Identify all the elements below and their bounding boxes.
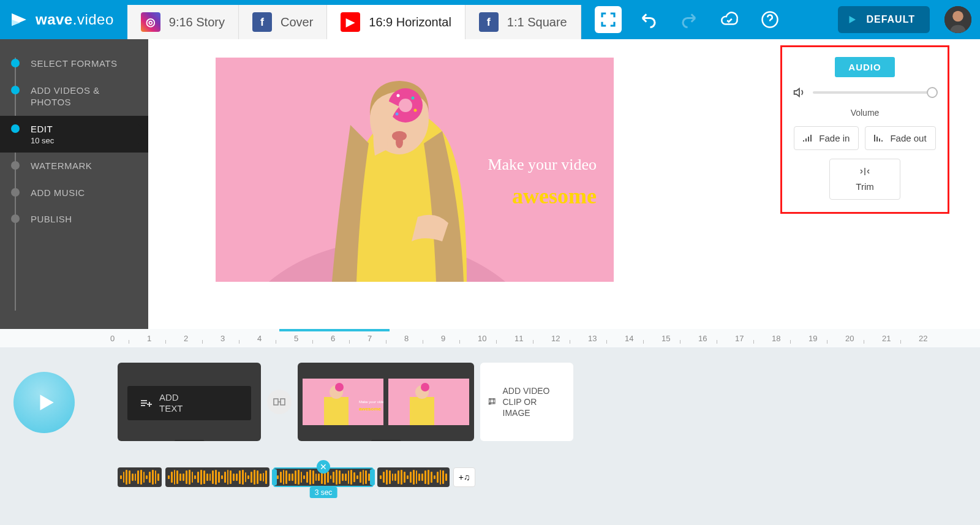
add-clip-button[interactable]: ADD VIDEO CLIP OR IMAGE [480, 363, 573, 441]
volume-slider[interactable] [813, 91, 938, 94]
svg-rect-17 [281, 399, 285, 405]
audio-track: ✕ 3 sec +♫ [118, 467, 980, 487]
volume-label: Volume [851, 108, 880, 118]
step-select-formats[interactable]: SELECT FORMATS [0, 50, 148, 77]
tab-story[interactable]: ◎9:16 Story [127, 5, 239, 39]
svg-point-27 [421, 383, 429, 391]
help-icon [761, 10, 779, 29]
fullscreen-icon [599, 10, 617, 29]
cloud-check-icon [720, 10, 739, 29]
tab-square[interactable]: f1:1 Square [466, 5, 581, 39]
audio-segment[interactable] [377, 467, 450, 487]
clip-1-duration: 4 sec [175, 440, 205, 441]
step-watermark[interactable]: WATERMARK [0, 153, 148, 179]
fade-out-button[interactable]: Fade out [865, 126, 935, 150]
svg-point-15 [396, 113, 399, 116]
add-text-button[interactable]: ADDTEXT [127, 386, 251, 420]
trim-icon [859, 167, 871, 176]
video-track: ADDTEXT 4 sec Make your videoawesome 5 s… [118, 362, 980, 442]
audio-segment-selected[interactable]: ✕ 3 sec [273, 467, 374, 487]
undo-icon [639, 10, 658, 29]
video-preview[interactable]: Make your video awesome [216, 58, 614, 282]
svg-text:Make your video: Make your video [359, 400, 383, 404]
header: wave.video ◎9:16 Story fCover ▶16:9 Hori… [0, 0, 980, 39]
audio-selection-duration: 3 sec [310, 487, 337, 498]
undo-button[interactable] [635, 6, 662, 33]
instagram-icon: ◎ [141, 12, 160, 32]
overlay-text-1: Make your video [488, 156, 597, 174]
playhead[interactable] [279, 329, 390, 331]
redo-icon [680, 10, 698, 29]
overlay-text-2: awesome [512, 183, 597, 209]
help-button[interactable] [756, 6, 783, 33]
svg-point-14 [414, 109, 417, 112]
step-add-music[interactable]: ADD MUSIC [0, 179, 148, 206]
add-text-icon [140, 398, 152, 408]
svg-rect-25 [410, 397, 434, 425]
timeline: 012345678910111213141516171819202122 ADD… [0, 329, 980, 525]
clip-2[interactable]: Make your videoawesome 5 sec [298, 363, 474, 441]
save-button[interactable] [716, 6, 743, 33]
add-audio-button[interactable]: +♫ [453, 467, 475, 487]
volume-icon [792, 86, 805, 99]
transition-button[interactable] [267, 390, 292, 414]
svg-point-21 [335, 383, 344, 391]
svg-point-9 [396, 136, 403, 148]
svg-rect-19 [324, 397, 349, 425]
audio-panel-title: AUDIO [835, 57, 894, 77]
default-button[interactable]: DEFAULT [838, 6, 930, 33]
clip-2-duration: 5 sec [371, 440, 401, 441]
svg-point-11 [399, 99, 412, 112]
user-avatar[interactable] [944, 6, 971, 33]
main: SELECT FORMATS ADD VIDEOS & PHOTOS EDIT1… [0, 39, 980, 329]
facebook-icon: f [252, 12, 272, 32]
audio-segment[interactable] [165, 467, 270, 487]
trim-button[interactable]: Trim [829, 159, 900, 200]
fade-in-button[interactable]: Fade in [794, 126, 859, 150]
audio-segment[interactable] [118, 467, 162, 487]
add-clip-icon [488, 394, 497, 410]
volume-knob[interactable] [927, 87, 938, 98]
logo[interactable]: wave.video [9, 9, 114, 30]
tracks: ADDTEXT 4 sec Make your videoawesome 5 s… [0, 347, 980, 487]
ruler[interactable]: 012345678910111213141516171819202122 [0, 329, 980, 347]
transition-icon [273, 397, 285, 407]
svg-point-2 [952, 11, 963, 22]
svg-rect-28 [489, 399, 495, 404]
fade-in-icon [803, 134, 813, 143]
youtube-icon: ▶ [341, 12, 360, 32]
format-tabs: ◎9:16 Story fCover ▶16:9 Horizontal f1:1… [127, 5, 581, 39]
svg-rect-16 [274, 399, 278, 405]
step-edit[interactable]: EDIT10 sec [0, 116, 148, 153]
logo-text: wave.video [36, 11, 114, 28]
fullscreen-button[interactable] [595, 6, 622, 33]
svg-point-12 [397, 94, 400, 97]
facebook-icon: f [479, 12, 499, 32]
clip-1[interactable]: ADDTEXT 4 sec [118, 363, 261, 441]
canvas: Make your video awesome AUDIO Volume Fad… [148, 39, 980, 329]
svg-point-13 [412, 97, 415, 100]
audio-panel: AUDIO Volume Fade in Fade out Trim [780, 45, 949, 214]
volume-row [790, 86, 940, 99]
sidebar: SELECT FORMATS ADD VIDEOS & PHOTOS EDIT1… [0, 39, 148, 329]
redo-button[interactable] [676, 6, 703, 33]
delete-audio-icon[interactable]: ✕ [317, 460, 330, 474]
step-add-media[interactable]: ADD VIDEOS & PHOTOS [0, 77, 148, 116]
step-publish[interactable]: PUBLISH [0, 206, 148, 233]
svg-text:awesome: awesome [359, 406, 382, 412]
fade-out-icon [874, 134, 884, 143]
tab-horizontal[interactable]: ▶16:9 Horizontal [327, 5, 466, 39]
logo-icon [9, 9, 29, 30]
tab-cover[interactable]: fCover [239, 5, 327, 39]
play-icon [846, 14, 858, 25]
